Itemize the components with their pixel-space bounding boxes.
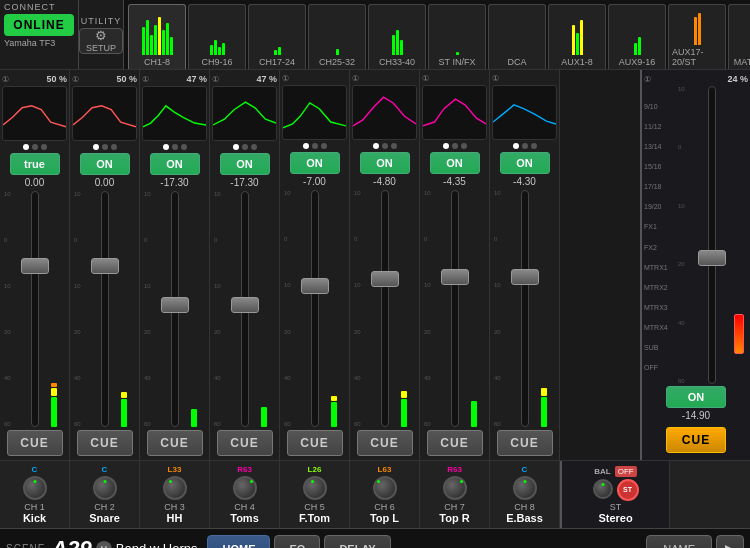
on-button-2[interactable]: ON [80,153,130,175]
nav-arrow[interactable]: ▶ [716,535,744,549]
pan-knob-1[interactable] [23,476,47,500]
on-button-7[interactable]: ON [430,152,480,174]
fader-handle-4[interactable] [231,297,259,313]
on-button-3[interactable]: ON [150,153,200,175]
eq-curve-3[interactable] [142,86,207,141]
tab-label: CH25-32 [319,57,355,67]
dot-row-7 [443,143,467,149]
ch-label-2[interactable]: C CH 2 Snare [70,461,140,528]
pan-knob-2[interactable] [93,476,117,500]
fader-track-7[interactable] [451,190,459,427]
master-stereo-icon: ST [617,479,639,501]
level-seg [401,391,407,398]
eq-button[interactable]: EQ [274,535,320,549]
fader-handle-5[interactable] [301,278,329,294]
eq-curve-2[interactable] [72,86,137,141]
fader-track-4[interactable] [241,191,249,427]
cue-button-7[interactable]: CUE [427,430,483,456]
pan-knob-3[interactable] [163,476,187,500]
fader-track-2[interactable] [101,191,109,427]
cue-button-4[interactable]: CUE [217,430,273,456]
on-button-8[interactable]: ON [500,152,550,174]
fader-track-5[interactable] [311,190,319,427]
fader-track-3[interactable] [171,191,179,427]
eq-curve-7[interactable] [422,85,487,140]
eq-svg-7 [423,86,486,139]
tab-dca[interactable]: DCA [488,4,546,69]
meter-bar [396,30,399,55]
eq-curve-5[interactable] [282,85,347,140]
home-button[interactable]: HOME [207,535,270,549]
ch-label-5[interactable]: L26 CH 5 F.Tom [280,461,350,528]
cue-button-5[interactable]: CUE [287,430,343,456]
tab-matrix1-4[interactable]: MATRIX1-4 [728,4,750,69]
fader-scale-6: 10010204060 [354,190,361,427]
master-fader-track[interactable] [708,86,716,384]
tab-label: AUX1-8 [561,57,593,67]
eq-curve-8[interactable] [492,85,557,140]
pan-knob-4[interactable] [233,476,257,500]
fader-value-7: -4.35 [443,176,466,187]
pan-knob-8[interactable] [513,476,537,500]
master-pan-knob[interactable] [593,479,613,499]
delay-button[interactable]: DELAY [324,535,390,549]
cue-button-3[interactable]: CUE [147,430,203,456]
ch-label-3[interactable]: L33 CH 3 HH [140,461,210,528]
ch-label-7[interactable]: R63 CH 7 Top R [420,461,490,528]
master-off-button[interactable]: OFF [615,466,637,477]
cue-button-6[interactable]: CUE [357,430,413,456]
fader-value-3: -17.30 [160,177,188,188]
fader-handle-2[interactable] [91,258,119,274]
tab-ch25-32[interactable]: CH25-32 [308,4,366,69]
ch-label-6[interactable]: L63 CH 6 Top L [350,461,420,528]
on-button-4[interactable]: ON [220,153,270,175]
master-on-button[interactable]: ON [666,386,726,408]
online-button[interactable]: ONLINE [4,14,74,36]
on-button-6[interactable]: ON [360,152,410,174]
channel-tabs: CH1-8 CH9-16 CH17-24 CH25-32 [124,0,750,69]
eq-curve-4[interactable] [212,86,277,141]
pan-knob-5[interactable] [303,476,327,500]
fader-handle-8[interactable] [511,269,539,285]
tab-aux1-8[interactable]: AUX1-8 [548,4,606,69]
pan-knob-7[interactable] [443,476,467,500]
meter-bars [612,13,662,55]
eq-curve-6[interactable] [352,85,417,140]
fader-track-1[interactable] [31,191,39,427]
meter-bars [492,13,542,55]
eq-curve-1[interactable] [2,86,67,141]
tab-ch33-40[interactable]: CH33-40 [368,4,426,69]
cue-button-1[interactable]: CUE [7,430,63,456]
tab-ch1-8[interactable]: CH1-8 [128,4,186,69]
master-fader-handle[interactable] [698,250,726,266]
ch-label-8[interactable]: C CH 8 E.Bass [490,461,560,528]
dot [111,144,117,150]
utility-label: UTILITY [81,16,122,26]
tab-st-in-fx[interactable]: ST IN/FX [428,4,486,69]
tab-aux17-20[interactable]: AUX17-20/ST [668,4,726,69]
fader-track-6[interactable] [381,190,389,427]
master-cue-button[interactable]: CUE [666,427,726,453]
fader-track-8[interactable] [521,190,529,427]
fader-handle-6[interactable] [371,271,399,287]
on-button-1[interactable]: true [10,153,60,175]
dot-row-5 [303,143,327,149]
fader-handle-1[interactable] [21,258,49,274]
fader-handle-7[interactable] [441,269,469,285]
name-button[interactable]: NAME [646,535,712,549]
setup-button[interactable]: ⚙ SETUP [79,28,123,54]
ch-label-4[interactable]: R63 CH 4 Toms [210,461,280,528]
cue-button-8[interactable]: CUE [497,430,553,456]
ch-label-master[interactable]: BAL OFF ST ST Stereo [560,461,670,528]
cue-button-2[interactable]: CUE [77,430,133,456]
tab-ch17-24[interactable]: CH17-24 [248,4,306,69]
tab-aux9-16[interactable]: AUX9-16 [608,4,666,69]
pan-knob-6[interactable] [373,476,397,500]
scene-edit-icon[interactable]: M [96,541,112,549]
fader-handle-3[interactable] [161,297,189,313]
dot [382,143,388,149]
ch-label-1[interactable]: C CH 1 Kick [0,461,70,528]
eq-svg-1 [3,87,66,140]
on-button-5[interactable]: ON [290,152,340,174]
tab-ch9-16[interactable]: CH9-16 [188,4,246,69]
